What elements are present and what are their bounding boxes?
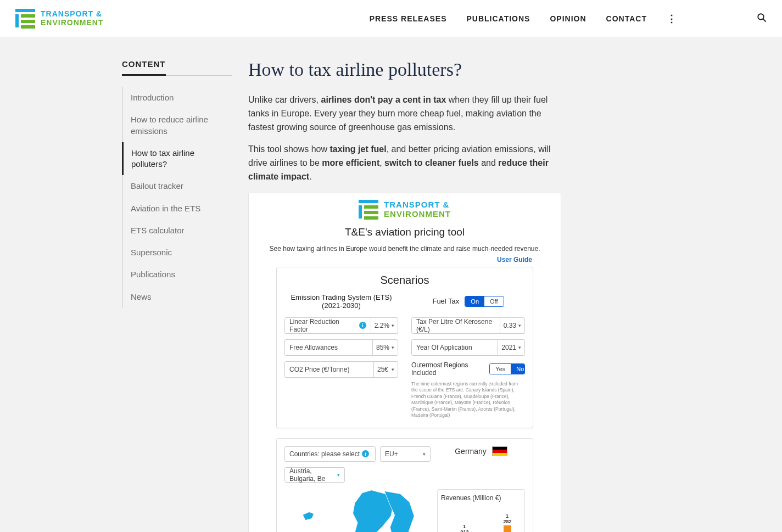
results-panel: Countries: please selecti EU+ Austria, B…	[276, 438, 533, 532]
tool-subtitle: See how taxing airlines in Europe would …	[249, 245, 561, 253]
tool-title: T&E's aviation pricing tool	[249, 226, 561, 238]
toc-item-tax-polluters[interactable]: How to tax airline polluters?	[122, 142, 232, 176]
toc-item-bailout-tracker[interactable]: Bailout tracker	[122, 175, 232, 197]
revenues-chart: Revenues (Million €) 1741 0122731 282 20…	[437, 489, 525, 532]
logo-mark-icon	[359, 200, 378, 220]
fuel-tax-toggle[interactable]: OnOff	[465, 296, 504, 307]
tax-per-litre-field[interactable]: Tax Per Litre Of Kerosene (€/L) 0.33	[411, 317, 525, 334]
search-icon[interactable]	[757, 13, 767, 25]
year-field[interactable]: Year Of Application 2021	[411, 339, 525, 356]
article-main: How to tax airline polluters? Unlike car…	[248, 59, 561, 532]
intro-paragraph-1: Unlike car drivers, airlines don't pay a…	[248, 93, 561, 134]
outermost-label: Outermost Regions Included	[411, 361, 484, 377]
scenarios-panel: Scenarios Emission Trading System (ETS) …	[276, 267, 533, 428]
scenarios-title: Scenarios	[284, 274, 525, 287]
toc-item-supersonic[interactable]: Supersonic	[122, 242, 232, 264]
toc-item-aviation-ets[interactable]: Aviation in the ETS	[122, 198, 232, 220]
nav-more-icon[interactable]: ⋮	[667, 14, 677, 24]
co2-price-select[interactable]: 25€	[373, 362, 398, 377]
outermost-note: The nine outermost regions currently exc…	[411, 381, 525, 419]
outermost-toggle[interactable]: YesNo	[489, 363, 525, 374]
free-allowances-field[interactable]: Free Allowances 85%	[284, 339, 398, 356]
nav-press-releases[interactable]: PRESS RELEASES	[370, 14, 447, 23]
scope-select[interactable]: EU+	[380, 446, 431, 462]
lrf-select[interactable]: 2.2%	[371, 318, 398, 333]
info-icon[interactable]: i	[362, 450, 369, 457]
toc-item-reduce-emissions[interactable]: How to reduce airline emissions	[122, 109, 232, 142]
user-guide-link[interactable]: User Guide	[497, 256, 532, 264]
content-sidebar: CONTENT Introduction How to reduce airli…	[122, 59, 232, 532]
toc-item-publications[interactable]: Publications	[122, 264, 232, 285]
toc-item-ets-calculator[interactable]: ETS calculator	[122, 220, 232, 242]
europe-map[interactable]	[284, 489, 431, 532]
logo-mark-icon	[15, 9, 35, 29]
selected-country: Germany	[455, 447, 487, 456]
toc-item-news[interactable]: News	[122, 286, 232, 308]
site-header: TRANSPORT & ENVIRONMENT PRESS RELEASES P…	[0, 0, 782, 37]
info-icon[interactable]: i	[359, 322, 366, 329]
tax-per-litre-select[interactable]: 0.33	[500, 318, 524, 333]
free-allowances-select[interactable]: 85%	[372, 340, 398, 355]
fuel-tax-column: Fuel Tax OnOff Tax Per Litre Of Kerosene…	[411, 292, 525, 419]
sidebar-title: CONTENT	[122, 59, 166, 76]
toc-item-introduction[interactable]: Introduction	[122, 87, 232, 109]
tool-logo: TRANSPORT & ENVIRONMENT	[249, 200, 561, 220]
svg-line-1	[763, 19, 766, 21]
ets-column: Emission Trading System (ETS) (2021-2030…	[284, 292, 398, 419]
lrf-field[interactable]: Linear Reduction Factori 2.2%	[284, 317, 398, 334]
nav-contact[interactable]: CONTACT	[606, 14, 647, 23]
co2-price-field[interactable]: CO2 Price (€/Tonne) 25€	[284, 361, 398, 378]
countries-select[interactable]: Countries: please selecti	[284, 446, 376, 462]
ets-heading: Emission Trading System (ETS) (2021-2030…	[284, 292, 398, 311]
table-of-contents: Introduction How to reduce airline emiss…	[122, 87, 232, 308]
logo-text: TRANSPORT & ENVIRONMENT	[41, 10, 103, 27]
main-nav: PRESS RELEASES PUBLICATIONS OPINION CONT…	[370, 13, 767, 25]
intro-paragraph-2: This tool shows how taxing jet fuel, and…	[248, 143, 561, 183]
germany-flag-icon	[492, 446, 507, 456]
pricing-tool-embed: TRANSPORT & ENVIRONMENT T&E's aviation p…	[248, 193, 561, 532]
chart-title: Revenues (Million €)	[441, 494, 521, 502]
svg-point-0	[758, 14, 764, 20]
year-select[interactable]: 2021	[498, 340, 524, 355]
fuel-tax-heading: Fuel Tax	[432, 297, 459, 305]
nav-opinion[interactable]: OPINION	[550, 14, 586, 23]
site-logo[interactable]: TRANSPORT & ENVIRONMENT	[15, 9, 103, 29]
countries-multi-select[interactable]: Austria, Bulgaria, Be▾	[284, 467, 345, 483]
nav-publications[interactable]: PUBLICATIONS	[467, 14, 530, 23]
page-title: How to tax airline polluters?	[248, 59, 561, 80]
